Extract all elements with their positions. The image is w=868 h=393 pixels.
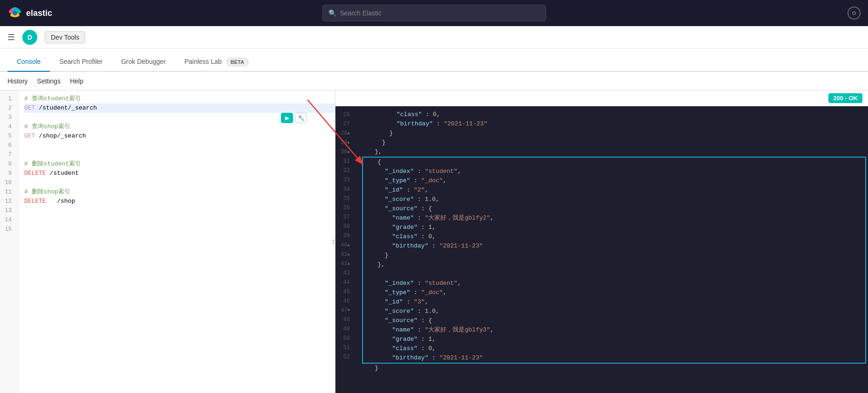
output-line-33: "_type" : "_doc", <box>363 176 865 186</box>
output-line-32: "_index" : "student", <box>363 167 865 176</box>
output-line-numbers: 26 27 28 29 30 31 32 33 34 35 36 37 38 3… <box>335 106 356 393</box>
output-line-53: } <box>360 364 868 373</box>
tab-grok-debugger[interactable]: Grok Debugger <box>112 52 175 72</box>
tab-navigation: Console Search Profiler Grok Debugger Pa… <box>0 48 868 72</box>
top-right-actions: ⊙ <box>847 7 861 20</box>
secondary-navigation: ☰ D Dev Tools <box>0 26 868 48</box>
output-line-40: "birthday" : "2021-11-23" <box>363 241 865 251</box>
user-avatar[interactable]: D <box>22 30 37 45</box>
output-line-50: "grade" : 1, <box>363 335 865 344</box>
output-line-36: "_source" : { <box>363 204 865 214</box>
output-line-27: "birthday" : "2021-11-23" <box>360 119 868 129</box>
elastic-logo-text: elastic <box>26 8 52 18</box>
output-line-35: "_score" : 1.0, <box>363 195 865 204</box>
highlighted-result-box: { "_index" : "student", "_type" : "_doc"… <box>362 157 866 364</box>
tab-search-profiler[interactable]: Search Profiler <box>50 52 112 72</box>
output-line-48: "_source" : { <box>363 316 865 325</box>
code-line-13 <box>24 206 335 215</box>
svg-point-4 <box>13 11 17 15</box>
output-line-38: "grade" : 1, <box>363 223 865 232</box>
code-line-6 <box>24 141 335 150</box>
panel-divider[interactable] <box>331 233 335 251</box>
output-line-41: } <box>363 251 865 260</box>
search-placeholder: Search Elastic <box>340 9 382 17</box>
help-button[interactable]: Help <box>70 77 83 85</box>
hamburger-menu[interactable]: ☰ <box>7 32 15 42</box>
output-line-52: "birthday" : "2021-11-23" <box>363 353 865 363</box>
output-line-30: }, <box>360 147 868 157</box>
settings-button[interactable]: Settings <box>37 77 61 85</box>
run-button-overlay: ▶ 🔧 <box>281 113 307 123</box>
code-line-15 <box>24 225 335 234</box>
code-editor[interactable]: # 查询student索引 GET /student/_search # 查询s… <box>19 90 335 393</box>
output-panel: 200 - OK 26 27 28 29 30 31 32 33 34 35 3… <box>335 90 868 393</box>
dev-tools-button[interactable]: Dev Tools <box>45 31 85 43</box>
code-line-10 <box>24 178 335 187</box>
output-line-45: "_type" : "_doc", <box>363 288 865 297</box>
code-line-14 <box>24 215 335 225</box>
tab-console[interactable]: Console <box>7 52 50 72</box>
help-circle-icon[interactable]: ⊙ <box>847 7 861 20</box>
output-line-42: }, <box>363 260 865 269</box>
elastic-logo[interactable]: elastic <box>7 6 52 21</box>
code-line-8: # 删除student索引 <box>24 159 335 169</box>
tab-painless-lab[interactable]: Painless Lab BETA <box>175 52 258 72</box>
main-content: 1 2 3 4 5 6 7 8 9 10 11 12 13 14 15 # 查询… <box>0 90 868 393</box>
output-body[interactable]: 26 27 28 29 30 31 32 33 34 35 36 37 38 3… <box>335 106 868 393</box>
global-search-bar[interactable]: 🔍 Search Elastic <box>322 5 546 21</box>
status-badge: 200 - OK <box>828 93 862 103</box>
output-header: 200 - OK <box>335 90 868 106</box>
code-line-11: # 删除shop索引 <box>24 187 335 197</box>
output-line-49: "name" : "大家好，我是gblfy3", <box>363 325 865 335</box>
output-line-47: "_score" : 1.0, <box>363 307 865 316</box>
search-icon: 🔍 <box>328 9 336 17</box>
editor-body[interactable]: 1 2 3 4 5 6 7 8 9 10 11 12 13 14 15 # 查询… <box>0 90 335 393</box>
code-line-7 <box>24 150 335 159</box>
output-line-29: } <box>360 138 868 147</box>
output-line-28: } <box>360 129 868 138</box>
code-line-5: GET /shop/_search <box>24 131 335 141</box>
code-line-1: # 查询student索引 <box>24 94 335 103</box>
output-line-51: "class" : 0, <box>363 344 865 353</box>
output-line-26: "class" : 0, <box>360 110 868 119</box>
top-navigation: elastic 🔍 Search Elastic ⊙ <box>0 0 868 26</box>
editor-toolbar: History Settings Help <box>0 72 868 90</box>
output-line-39: "class" : 0, <box>363 232 865 241</box>
code-line-4: # 查询shop索引 <box>24 122 335 131</box>
wrench-button[interactable]: 🔧 <box>295 113 307 123</box>
run-button[interactable]: ▶ <box>281 113 293 123</box>
code-line-12: DELETE /shop <box>24 197 335 206</box>
beta-badge: BETA <box>226 58 248 66</box>
output-line-44: "_index" : "student", <box>363 279 865 288</box>
code-line-2: GET /student/_search <box>24 103 335 113</box>
code-line-9: DELETE /student <box>24 169 335 178</box>
editor-panel: 1 2 3 4 5 6 7 8 9 10 11 12 13 14 15 # 查询… <box>0 90 335 393</box>
output-line-31: { <box>363 158 865 167</box>
output-line-46: "_id" : "3", <box>363 297 865 307</box>
line-numbers: 1 2 3 4 5 6 7 8 9 10 11 12 13 14 15 <box>0 90 19 393</box>
history-button[interactable]: History <box>7 77 28 85</box>
output-line-43 <box>363 269 865 279</box>
output-line-34: "_id" : "2", <box>363 186 865 195</box>
output-code-area: "class" : 0, "birthday" : "2021-11-23" }… <box>356 106 868 393</box>
output-line-37: "name" : "大家好，我是gblfy2", <box>363 214 865 223</box>
